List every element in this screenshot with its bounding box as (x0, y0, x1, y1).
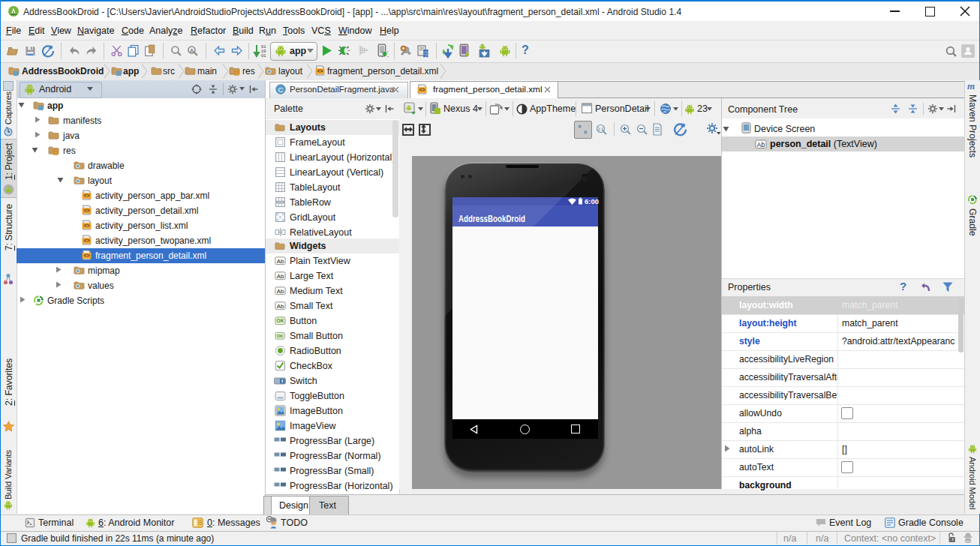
svg-text:A: A (190, 47, 194, 54)
svg-text:OK: OK (277, 318, 284, 323)
svg-text:01: 01 (261, 53, 266, 58)
svg-text:1:1: 1:1 (598, 127, 604, 131)
svg-text:C: C (278, 86, 284, 94)
svg-text:OK: OK (277, 334, 283, 338)
